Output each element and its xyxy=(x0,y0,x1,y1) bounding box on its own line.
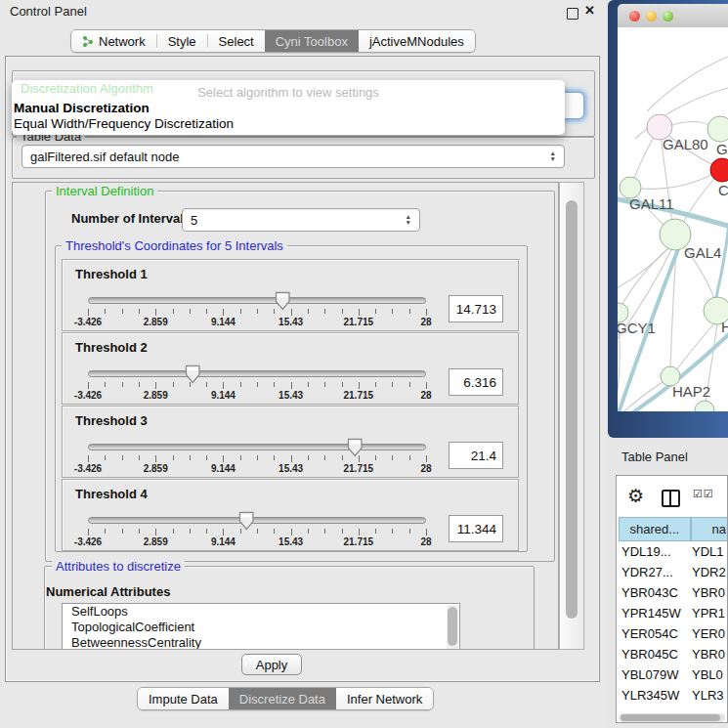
table-column-header[interactable]: na xyxy=(691,517,728,541)
select-columns-icons[interactable]: ☑☑ xyxy=(693,488,714,500)
slider-tick-label: 21.715 xyxy=(344,536,374,547)
table-cell: YIL052C xyxy=(619,708,692,711)
slider-tick xyxy=(342,455,343,460)
threshold-panel: Threshold 4 11.344 -3.4262.8599.14415.43… xyxy=(62,479,519,551)
minimize-traffic-light[interactable] xyxy=(646,11,657,21)
network-edge[interactable] xyxy=(631,174,713,189)
attributes-list-scrollbar[interactable] xyxy=(447,605,458,650)
slider-tick xyxy=(223,382,224,389)
attribute-list-item[interactable]: BetweennessCentrality xyxy=(63,635,459,650)
table-row[interactable]: YBL079WYBL0 xyxy=(619,664,728,685)
number-of-intervals-combobox[interactable]: 5 ▲▼ xyxy=(182,208,420,232)
slider-tick xyxy=(291,455,292,462)
network-canvas[interactable]: GAL80GACGAL11GAL4GCY1HHAP2 xyxy=(618,27,728,411)
tab-label: Infer Network xyxy=(347,692,422,707)
table-horizontal-scrollbar[interactable] xyxy=(619,713,725,722)
slider-tick xyxy=(206,382,207,387)
top-tab-jactivemnodules[interactable]: jActiveMNodules xyxy=(359,30,475,52)
table-column-header[interactable]: shared... xyxy=(619,517,691,541)
table-data-combobox[interactable]: galFiltered.sif default node ▲▼ xyxy=(21,145,565,168)
slider-tick-label: 2.859 xyxy=(144,536,168,547)
table-cell: YER0 xyxy=(692,626,728,641)
combobox-stepper-icon: ▲▼ xyxy=(544,150,556,161)
network-node[interactable] xyxy=(695,401,714,411)
table-header-row: shared...na xyxy=(619,517,728,541)
slider-tick xyxy=(409,455,410,460)
apply-button[interactable]: Apply xyxy=(241,654,302,675)
table-row[interactable]: YLR345WYLR3 xyxy=(619,685,728,706)
network-edge[interactable] xyxy=(672,121,713,127)
threshold-slider-track[interactable] xyxy=(88,297,426,304)
table-settings-gear-icon[interactable]: ⚙ xyxy=(627,485,644,507)
threshold-value-field[interactable]: 14.713 xyxy=(449,295,503,322)
tab-label: Network xyxy=(99,34,146,49)
slider-tick xyxy=(324,382,325,387)
slider-tick-label: 15.43 xyxy=(278,536,303,547)
settings-vertical-scrollbar[interactable] xyxy=(559,182,584,650)
attribute-list-item[interactable]: SelfLoops xyxy=(63,604,459,620)
bottom-tab-infer-network[interactable]: Infer Network xyxy=(336,688,433,709)
slider-tick xyxy=(223,455,224,462)
algorithm-hint-text: Select algorithm to view settings xyxy=(12,85,565,100)
threshold-value-field[interactable]: 6.316 xyxy=(449,368,503,396)
float-window-icon[interactable] xyxy=(567,8,578,20)
network-node-ga[interactable] xyxy=(707,116,728,142)
network-window-titlebar[interactable] xyxy=(618,4,728,28)
slider-tick xyxy=(409,382,410,387)
zoom-traffic-light[interactable] xyxy=(663,11,673,21)
bottom-tab-impute-data[interactable]: Impute Data xyxy=(138,688,229,709)
network-edge[interactable] xyxy=(621,245,671,306)
scrollbar-thumb[interactable] xyxy=(621,714,720,721)
network-icon xyxy=(82,35,94,48)
table-row[interactable]: YER054CYER0 xyxy=(619,623,728,644)
table-cell: YBR045C xyxy=(619,647,692,662)
top-tab-style[interactable]: Style xyxy=(157,30,207,52)
column-layout-icon[interactable] xyxy=(662,490,680,507)
number-of-intervals-value: 5 xyxy=(191,213,197,228)
threshold-value-field[interactable]: 21.4 xyxy=(449,442,503,469)
table-row[interactable]: YBR043CYBR0 xyxy=(619,582,728,603)
threshold-value-field[interactable]: 11.344 xyxy=(449,515,503,542)
close-window-icon[interactable]: ✕ xyxy=(584,3,595,18)
slider-tick-label: -3.426 xyxy=(74,536,102,547)
network-node-c[interactable] xyxy=(710,158,728,182)
menu-item-manual-discretization[interactable]: Manual Discretization xyxy=(14,101,150,115)
scrollbar-thumb[interactable] xyxy=(566,200,578,619)
table-cell: YBR0 xyxy=(692,585,728,600)
slider-tick xyxy=(190,455,191,460)
table-row[interactable]: YPR145WYPR1 xyxy=(619,603,728,623)
slider-tick xyxy=(375,309,376,314)
close-traffic-light[interactable] xyxy=(629,11,640,21)
numerical-attributes-label: Numerical Attributes xyxy=(46,584,170,599)
table-row[interactable]: YBR045CYBR0 xyxy=(619,644,728,664)
threshold-slider-track[interactable] xyxy=(88,370,426,377)
threshold-slider-thumb[interactable] xyxy=(238,511,255,531)
slider-tick xyxy=(240,382,241,387)
slider-tick xyxy=(291,529,292,535)
slider-tick xyxy=(342,382,343,387)
slider-tick xyxy=(308,382,309,387)
threshold-slider-track[interactable] xyxy=(88,444,426,450)
table-cell: YER054C xyxy=(619,626,692,641)
table-row[interactable]: YDL19...YDL1 xyxy=(619,541,728,562)
table-row[interactable]: YIL052CYIL0 xyxy=(619,706,728,711)
slider-tick-label: -3.426 xyxy=(74,390,102,401)
threshold-slider-thumb[interactable] xyxy=(275,291,291,311)
top-tab-network[interactable]: Network xyxy=(71,30,156,52)
slider-tick xyxy=(122,309,123,314)
attribute-list-item[interactable]: TopologicalCoefficient xyxy=(63,620,459,635)
top-tab-cyni-toolbox[interactable]: Cyni Toolbox xyxy=(265,30,359,52)
window-title: Control Panel xyxy=(10,4,87,19)
top-tab-select[interactable]: Select xyxy=(208,30,265,52)
bottom-tab-discretize-data[interactable]: Discretize Data xyxy=(229,688,336,709)
table-row[interactable]: YDR27...YDR2 xyxy=(619,562,728,582)
slider-tick-label: 9.144 xyxy=(211,536,236,547)
threshold-slider-thumb[interactable] xyxy=(185,364,201,384)
attributes-group-title: Attributes to discretize xyxy=(52,559,185,574)
numerical-attributes-list[interactable]: SelfLoopsTopologicalCoefficientBetweenne… xyxy=(62,603,460,650)
threshold-slider-thumb[interactable] xyxy=(347,438,364,457)
tab-label: Select xyxy=(219,34,254,49)
threshold-slider-track[interactable] xyxy=(88,517,426,524)
menu-item-equal-width-frequency[interactable]: Equal Width/Frequency Discretization xyxy=(14,116,234,131)
slider-tick xyxy=(155,455,156,462)
